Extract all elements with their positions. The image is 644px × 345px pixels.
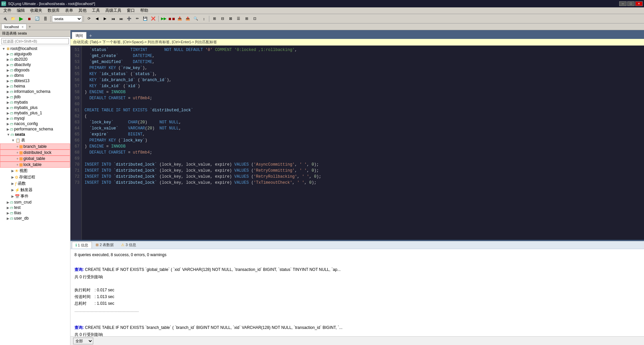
autocomplete-hint: 自动完成: [Tab]-> 下一个标签, [Ctrl+Space]-> 列出所有… — [70, 39, 644, 46]
tree-panel: ▼ 🖥 root@localhost ▶ 🗃 atguigudb ▶ 🗃 db2… — [0, 46, 70, 345]
tree-item-dbactivity[interactable]: ▶ 🗃 dbactivity — [0, 62, 70, 67]
tree-item-functions-folder[interactable]: ▶ ƒ 函数 — [0, 180, 70, 187]
tb-sort[interactable]: ↕ — [200, 15, 208, 22]
tree-item-db2020[interactable]: ▶ 🗃 db2020 — [0, 57, 70, 62]
localhost-tab[interactable]: localhost × — [1, 24, 26, 30]
tree-item-heima[interactable]: ▶ 🗃 heima — [0, 83, 70, 89]
tree-item-mybatis-plus[interactable]: ▶ 🗃 mybatis_plus — [0, 105, 70, 110]
tree-item-mysql[interactable]: ▶ 🗃 mysql — [0, 116, 70, 121]
tb-btn-6[interactable]: ➕ — [125, 15, 133, 22]
maximize-button[interactable]: □ — [627, 1, 635, 6]
query-tab-1[interactable]: 询问 — [72, 32, 87, 39]
grid-icon-2: ⊞ — [96, 243, 99, 247]
timing-exec-1: 执行耗时 : 0.017 sec — [74, 287, 640, 293]
tree-item-jtdb[interactable]: ▶ 🗃 jtdb — [0, 94, 70, 100]
table-icon-global: ▦ — [19, 156, 23, 161]
tb-grid-1[interactable]: ⊞ — [211, 15, 218, 22]
tb-btn-5[interactable]: ⏭ — [117, 15, 125, 22]
menu-table[interactable]: 表单 — [62, 7, 76, 14]
code-area[interactable]: `status` TINYINT NOT NULL DEFAULT '0' CO… — [82, 46, 644, 240]
tb-grid-3[interactable]: ⊠ — [227, 15, 234, 22]
add-connection-button[interactable]: + — [26, 24, 33, 30]
autocomplete-text: 自动完成: [Tab]-> 下一个标签, [Ctrl+Space]-> 列出所有… — [73, 40, 217, 44]
tree-item-views-folder[interactable]: ▶ 👁 视图 — [0, 168, 70, 174]
tb-grid-4[interactable]: ☰ — [235, 15, 242, 22]
tree-item-atguigudb[interactable]: ▶ 🗃 atguigudb — [0, 51, 70, 57]
tb-import[interactable]: 📥 — [176, 15, 183, 22]
tb-export[interactable]: 📤 — [184, 15, 192, 22]
tb-btn-9[interactable]: ❌ — [150, 15, 157, 22]
tb-stop-all[interactable]: ⏹⏹ — [168, 15, 175, 22]
left-panel: 筛选表格 seata ▼ 🖥 root@localhost ▶ 🗃 atguig… — [0, 30, 70, 345]
database-select[interactable]: seata — [52, 15, 82, 22]
tree-item-procedures-folder[interactable]: ▶ ⚙ 存储过程 — [0, 174, 70, 180]
query-editor[interactable]: 5152535455 5657585960 6162636465 6667686… — [70, 46, 644, 240]
menu-file[interactable]: 文件 — [1, 7, 14, 14]
tb-btn-1[interactable]: ⟳ — [85, 15, 93, 22]
menu-help[interactable]: 帮助 — [138, 7, 151, 14]
close-button[interactable]: ✕ — [635, 1, 643, 6]
tree-item-global-table[interactable]: + ▦ global_table — [0, 156, 70, 162]
menu-edit[interactable]: 编辑 — [14, 7, 28, 14]
toolbar: 🔌 📁 ▶ ⏹ 🔄 🗄 seata ⟳ ◀ ▶ ⏮ ⏭ ➕ ✏ 💾 ❌ ▶▶ ⏹… — [0, 14, 644, 23]
add-query-tab-button[interactable]: + — [87, 32, 94, 39]
results-filter-select[interactable]: 全部 信息 错误 警告 — [73, 338, 93, 344]
result-tab-3-info[interactable]: ⚠ 3 信息 — [117, 241, 140, 248]
tree-item-dbms[interactable]: ▶ 🗃 dbms — [0, 73, 70, 78]
menu-tools[interactable]: 工具 — [89, 7, 103, 14]
tb-execute-all[interactable]: ▶▶ — [160, 15, 167, 22]
warn-icon-3: ⚠ — [121, 243, 124, 247]
result-tab-2-data[interactable]: ⊞ 2 表数据 — [92, 241, 117, 248]
tb-grid-5[interactable]: ⊞ — [243, 15, 250, 22]
query-text-2: 查询: CREATE TABLE IF NOT EXISTS `branch_t… — [74, 325, 640, 331]
tree-item-server[interactable]: ▼ 🖥 root@localhost — [0, 46, 70, 51]
tree-item-dbgoods[interactable]: ▶ 🗃 dbgoods — [0, 67, 70, 73]
tree-item-information-schema[interactable]: ▶ 🗃 information_schema — [0, 89, 70, 94]
server-icon: 🖥 — [6, 47, 10, 51]
tree-item-user-db[interactable]: ▶ 🗃 user_db — [0, 216, 70, 221]
tree-item-ssm-crud[interactable]: ▶ 🗃 ssm_crud — [0, 199, 70, 205]
tb-btn-7[interactable]: ✏ — [133, 15, 141, 22]
menu-database[interactable]: 数据库 — [45, 7, 62, 14]
tb-grid-6[interactable]: ⊡ — [251, 15, 258, 22]
stop-button[interactable]: ⏹ — [25, 15, 33, 22]
minimize-button[interactable]: ─ — [619, 1, 627, 6]
result-tab-1-info[interactable]: ℹ 1 信息 — [72, 242, 92, 248]
schema-button[interactable]: 🗄 — [42, 15, 49, 22]
open-button[interactable]: 📁 — [9, 15, 17, 22]
tree-item-triggers-folder[interactable]: ▶ ⚡ 触发器 — [0, 187, 70, 193]
table-icon-distributed: ▦ — [19, 150, 23, 155]
menu-window[interactable]: 窗口 — [124, 7, 138, 14]
tb-btn-2[interactable]: ◀ — [93, 15, 101, 22]
title-content: SY SQLyog Ultimate - [localhost/seata - … — [1, 1, 95, 6]
tree-item-mybatis-plus-1[interactable]: ▶ 🗃 mybatis_plus_1 — [0, 110, 70, 116]
window-controls[interactable]: ─ □ ✕ — [619, 1, 643, 6]
tree-item-test[interactable]: ▶ 🗃 test — [0, 205, 70, 210]
tree-item-distributed-lock[interactable]: + ▦ distributed_lock — [0, 150, 70, 156]
tree-item-branch-table[interactable]: + ▦ branch_table — [0, 143, 70, 150]
localhost-tab-close[interactable]: × — [21, 25, 23, 29]
tb-btn-8[interactable]: 💾 — [142, 15, 149, 22]
tb-btn-3[interactable]: ▶ — [101, 15, 109, 22]
execute-button[interactable]: ▶ — [17, 15, 25, 22]
menu-advanced[interactable]: 高级工具 — [103, 7, 124, 14]
menu-other[interactable]: 其他 — [76, 7, 89, 14]
tree-item-tlias[interactable]: ▶ 🗃 tlias — [0, 210, 70, 216]
tree-item-lock-table[interactable]: + ▦ lock_table — [0, 162, 70, 168]
tree-item-performance-schema[interactable]: ▶ 🗃 performance_schema — [0, 126, 70, 132]
tree-item-tables-folder[interactable]: ▼ 📋 表 — [0, 137, 70, 143]
new-connection-button[interactable]: 🔌 — [1, 15, 9, 22]
filter-input[interactable] — [1, 38, 69, 44]
tb-btn-4[interactable]: ⏮ — [109, 15, 117, 22]
tree-item-mybatis[interactable]: ▶ 🗃 mybatis — [0, 100, 70, 105]
tb-filter[interactable]: 🔍 — [192, 15, 200, 22]
results-tab-bar: ℹ 1 信息 ⊞ 2 表数据 ⚠ 3 信息 — [70, 241, 644, 249]
tree-item-dbtest13[interactable]: ▶ 🗃 dbtest13 — [0, 78, 70, 83]
left-panel-header: 筛选表格 seata — [0, 30, 70, 37]
tree-item-events-folder[interactable]: ▶ 📅 事件 — [0, 193, 70, 199]
tb-grid-2[interactable]: ⊟ — [219, 15, 226, 22]
menu-favorites[interactable]: 收藏夹 — [28, 7, 45, 14]
tree-item-seata[interactable]: ▼ 🗃 seata — [0, 132, 70, 137]
refresh-button[interactable]: 🔄 — [34, 15, 41, 22]
tree-item-nacos-config[interactable]: ▶ 🗃 nacos_config — [0, 121, 70, 126]
